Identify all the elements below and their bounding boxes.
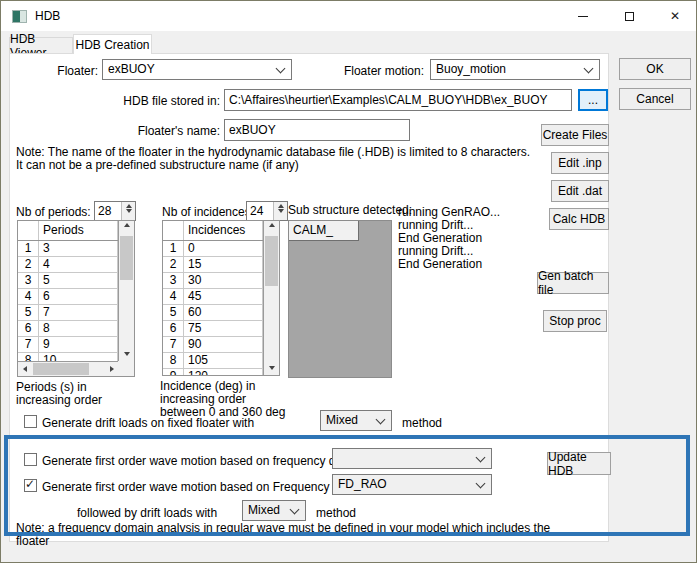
fd-upper-select[interactable]: FD_RAO	[332, 474, 492, 495]
spinner-arrows[interactable]	[121, 202, 135, 220]
incidences-table-body: 1021533044556067579081059120	[163, 241, 263, 375]
incidences-table-header: Incidences	[163, 221, 263, 241]
periods-table-header: Periods	[18, 221, 118, 241]
nb-periods-label: Nb of periods:	[16, 205, 91, 219]
floater-name-note: Note: The name of the floater in the hyd…	[16, 146, 536, 172]
table-row[interactable]: 35	[18, 273, 118, 289]
create-files-button[interactable]: Create Files	[541, 124, 609, 146]
incidences-table[interactable]: Incidences 1021533044556067579081059120	[162, 220, 280, 376]
table-row[interactable]: 675	[163, 321, 263, 337]
close-button[interactable]: ✕	[652, 1, 697, 31]
maximize-button[interactable]	[606, 1, 652, 31]
floater-name-input[interactable]: exBUOY	[224, 119, 410, 141]
spinner-arrows[interactable]	[273, 202, 287, 220]
spin-up-icon	[126, 204, 132, 208]
floater-motion-select[interactable]: Buoy_motion	[430, 59, 600, 80]
scrollbar-thumb[interactable]	[33, 363, 89, 375]
substructure-item[interactable]: CALM_	[289, 221, 359, 241]
drift-loads-label: Generate drift loads on fixed floater wi…	[42, 416, 254, 430]
app-icon	[12, 10, 27, 23]
edit-dat-button[interactable]: Edit .dat	[551, 180, 609, 202]
substructure-label: Sub structure detected:	[288, 203, 412, 217]
table-row[interactable]: 330	[163, 273, 263, 289]
scroll-up-icon[interactable]	[119, 221, 134, 234]
update-hdb-button[interactable]: Update HDB	[547, 452, 611, 475]
nb-incidences-spinner[interactable]: 24	[246, 201, 288, 221]
floater-label: Floater:	[10, 64, 98, 78]
tab-hdb-viewer[interactable]: HDB Viewer	[9, 37, 73, 54]
table-row[interactable]: 560	[163, 305, 263, 321]
table-row[interactable]: 9120	[163, 369, 263, 375]
nb-incidences-value: 24	[250, 204, 263, 218]
scrollbar-thumb[interactable]	[265, 236, 278, 286]
table-row[interactable]: 57	[18, 305, 118, 321]
substructure-list[interactable]: CALM_	[288, 220, 392, 378]
drift-method-value: Mixed	[326, 413, 358, 427]
periods-horizontal-scrollbar[interactable]	[18, 361, 118, 376]
incidences-vertical-scrollbar[interactable]	[263, 221, 279, 375]
gen-batch-file-button[interactable]: Gen batch file	[537, 272, 609, 294]
hdb-file-input[interactable]: C:\Affaires\heurtier\Examples\CALM_BUOY\…	[224, 89, 572, 111]
fd-upper-checkbox[interactable]: ✓	[24, 479, 37, 492]
nb-periods-spinner[interactable]: 28	[94, 201, 136, 221]
scroll-right-icon[interactable]	[105, 362, 118, 376]
browse-button[interactable]: ...	[578, 89, 608, 111]
scrollbar-thumb[interactable]	[120, 236, 133, 280]
followed-method-suffix: method	[316, 506, 356, 520]
title-bar: HDB ✕	[1, 1, 696, 31]
fd-lower-select[interactable]	[332, 448, 492, 469]
fd-upper-value: FD_RAO	[338, 477, 387, 491]
periods-table-body: 13243546576879810	[18, 241, 118, 361]
calc-hdb-button[interactable]: Calc HDB	[549, 208, 609, 230]
frequency-domain-note: Note: a frequency domain analysis in reg…	[16, 522, 576, 548]
window-title: HDB	[35, 9, 60, 23]
fd-lower-checkbox[interactable]: ✓	[24, 453, 37, 466]
followed-method-value: Mixed	[248, 503, 280, 517]
spin-down-icon	[126, 209, 132, 213]
scroll-left-icon[interactable]	[18, 362, 31, 376]
status-line: End Generation	[398, 258, 500, 271]
table-row[interactable]: 10	[163, 241, 263, 257]
followed-label: followed by drift loads with	[77, 506, 217, 520]
floater-select[interactable]: exBUOY	[102, 59, 292, 80]
table-row[interactable]: 13	[18, 241, 118, 257]
edit-inp-button[interactable]: Edit .inp	[551, 152, 609, 174]
table-row[interactable]: 790	[163, 337, 263, 353]
drift-method-select[interactable]: Mixed	[320, 410, 392, 431]
hdb-creation-page: Floater: exBUOY Floater motion: Buoy_mot…	[9, 53, 609, 542]
table-row[interactable]: 8105	[163, 353, 263, 369]
ok-button[interactable]: OK	[619, 58, 691, 80]
spin-down-icon	[278, 209, 284, 213]
hdb-file-label: HDB file stored in:	[70, 94, 220, 108]
table-row[interactable]: 24	[18, 257, 118, 273]
spin-up-icon	[278, 204, 284, 208]
scrollbar-corner	[118, 361, 134, 376]
floater-value: exBUOY	[108, 62, 155, 76]
tab-hdb-creation[interactable]: HDB Creation	[73, 34, 152, 54]
scroll-up-icon[interactable]	[264, 221, 279, 234]
stop-proc-button[interactable]: Stop proc	[543, 310, 607, 332]
table-row[interactable]: 215	[163, 257, 263, 273]
minimize-button[interactable]	[560, 1, 606, 31]
minimize-icon	[578, 16, 588, 17]
floater-motion-label: Floater motion:	[310, 64, 424, 78]
floater-motion-value: Buoy_motion	[436, 62, 506, 76]
followed-method-select[interactable]: Mixed	[242, 500, 306, 521]
incidences-footnote: Incidence (deg) in increasing order betw…	[160, 380, 292, 419]
chevron-down-icon	[476, 453, 486, 463]
scroll-down-icon[interactable]	[119, 348, 134, 361]
table-row[interactable]: 79	[18, 337, 118, 353]
chevron-down-icon	[290, 505, 300, 515]
cancel-button[interactable]: Cancel	[619, 88, 691, 110]
floater-name-label: Floater's name:	[110, 124, 220, 138]
periods-vertical-scrollbar[interactable]	[118, 221, 134, 361]
table-row[interactable]: 810	[18, 353, 118, 361]
table-row[interactable]: 46	[18, 289, 118, 305]
maximize-icon	[625, 12, 634, 21]
table-row[interactable]: 68	[18, 321, 118, 337]
periods-table[interactable]: Periods 13243546576879810	[17, 220, 135, 377]
drift-loads-checkbox[interactable]: ✓	[24, 415, 37, 428]
scroll-down-icon[interactable]	[264, 362, 279, 375]
table-row[interactable]: 445	[163, 289, 263, 305]
drift-method-suffix: method	[402, 416, 442, 430]
